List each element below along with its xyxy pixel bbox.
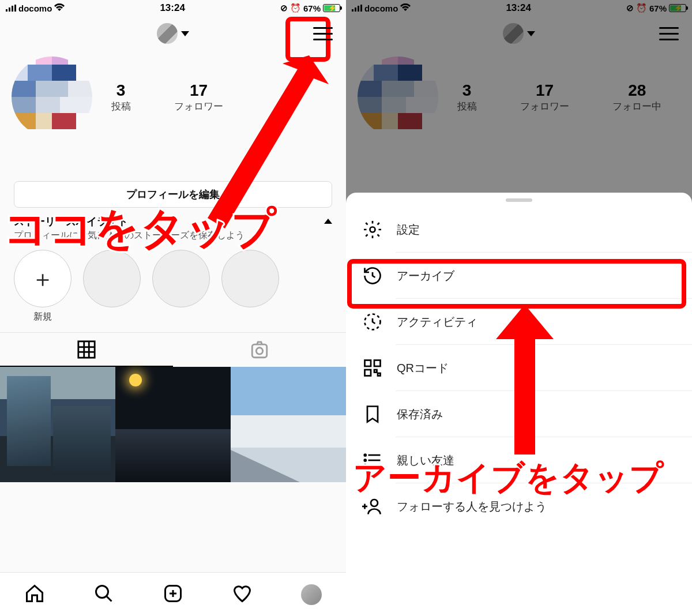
svg-rect-12 — [12, 97, 36, 113]
phone-left: docomo 13:24 ⊘ ⏰ 67% ⚡ — [0, 0, 346, 616]
svg-rect-54 — [374, 370, 377, 373]
svg-rect-17 — [52, 113, 76, 129]
wifi-icon — [54, 3, 65, 13]
username-selector[interactable] — [157, 23, 189, 44]
svg-rect-11 — [68, 81, 92, 97]
highlight-placeholder — [83, 250, 141, 323]
stat-posts[interactable]: 3 投稿 — [111, 81, 131, 113]
svg-rect-14 — [60, 97, 92, 113]
svg-point-49 — [370, 227, 375, 232]
svg-rect-0 — [6, 9, 7, 12]
battery-pct: 67% — [303, 3, 321, 13]
signal-icon — [6, 3, 16, 13]
svg-rect-52 — [374, 360, 381, 367]
svg-rect-51 — [365, 360, 371, 367]
svg-line-26 — [107, 596, 112, 601]
annotation-arrow-archive — [490, 305, 559, 455]
svg-rect-2 — [12, 6, 13, 12]
svg-point-24 — [256, 347, 262, 354]
gear-icon — [362, 219, 383, 240]
svg-rect-5 — [52, 57, 68, 65]
svg-rect-9 — [12, 81, 36, 97]
annotation-highlight-archive — [347, 259, 686, 309]
post-thumbnail[interactable] — [231, 367, 346, 482]
svg-rect-1 — [9, 7, 10, 12]
battery-icon: ⚡ — [323, 4, 340, 12]
svg-rect-18 — [78, 341, 95, 357]
qr-icon — [362, 358, 383, 378]
svg-rect-8 — [52, 65, 76, 81]
post-grid — [0, 367, 346, 482]
svg-rect-53 — [365, 370, 371, 376]
clock: 13:24 — [160, 2, 185, 14]
annotation-tap-here: ココをタップ — [3, 200, 277, 259]
header-avatar — [157, 23, 178, 44]
svg-rect-13 — [36, 97, 60, 113]
highlight-placeholder — [221, 250, 279, 323]
menu-button[interactable] — [311, 22, 334, 45]
menu-label: フォローする人を見つけよう — [397, 499, 547, 514]
nav-search[interactable] — [93, 583, 114, 606]
svg-marker-65 — [496, 305, 554, 455]
menu-label: 設定 — [397, 222, 420, 238]
svg-rect-23 — [252, 344, 267, 358]
activity-clock-icon — [362, 311, 383, 332]
profile-picture[interactable] — [12, 57, 92, 137]
alarm-icon: ⏰ — [290, 3, 301, 13]
svg-rect-7 — [28, 65, 52, 81]
orientation-lock-icon: ⊘ — [280, 3, 288, 13]
tab-tagged[interactable] — [173, 333, 346, 367]
nav-home[interactable] — [24, 583, 45, 606]
menu-label: アクティビティ — [397, 314, 477, 330]
phone-right: docomo 13:24 ⊘ ⏰ 67% ⚡ — [346, 0, 692, 616]
highlight-new[interactable]: ＋ 新規 — [14, 250, 72, 323]
nav-create[interactable] — [163, 583, 183, 606]
bottom-nav — [0, 572, 346, 616]
svg-rect-16 — [36, 113, 52, 129]
status-bar: docomo 13:24 ⊘ ⏰ 67% ⚡ — [0, 0, 346, 16]
svg-rect-3 — [14, 5, 16, 12]
svg-rect-15 — [12, 113, 36, 129]
post-thumbnail[interactable] — [0, 367, 115, 482]
svg-rect-10 — [36, 81, 68, 97]
chevron-down-icon — [181, 31, 189, 36]
tab-grid[interactable] — [0, 333, 173, 367]
menu-label: QRコード — [397, 360, 449, 376]
svg-rect-55 — [378, 373, 381, 376]
svg-rect-4 — [36, 57, 52, 65]
bookmark-icon — [362, 404, 383, 425]
menu-label: 保存済み — [397, 407, 443, 422]
svg-rect-6 — [12, 65, 28, 81]
profile-tabs — [0, 332, 346, 367]
sheet-grabber[interactable] — [506, 198, 532, 202]
post-thumbnail[interactable] — [115, 367, 231, 482]
nav-profile[interactable] — [301, 584, 322, 605]
carrier-label: docomo — [18, 3, 52, 13]
nav-activity[interactable] — [232, 583, 253, 606]
highlight-placeholder — [152, 250, 210, 323]
menu-item-settings[interactable]: 設定 — [346, 206, 692, 253]
annotation-tap-archive: アーカイブをタップ — [353, 456, 664, 501]
svg-point-25 — [96, 585, 108, 598]
